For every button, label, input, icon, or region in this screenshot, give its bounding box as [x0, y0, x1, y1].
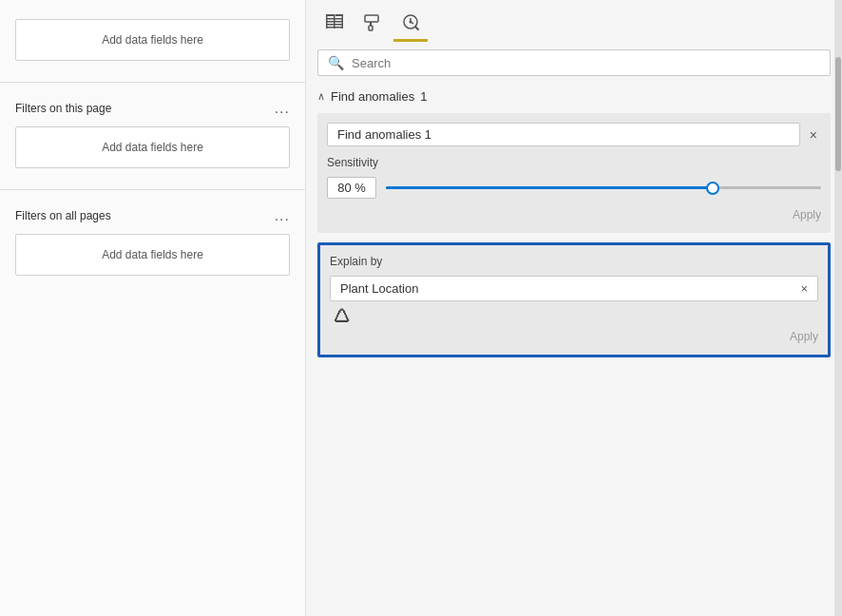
chevron-icon: ∧ [317, 90, 325, 103]
search-input[interactable] [352, 56, 820, 70]
sensitivity-value[interactable]: 80 % [327, 177, 376, 199]
sensitivity-slider-track [386, 186, 821, 189]
svg-rect-6 [326, 14, 328, 29]
top-add-data-box[interactable]: Add data fields here [15, 19, 290, 61]
right-panel: 🔍 ∧ Find anomalies 1 Find anomalies 1 × … [306, 0, 842, 616]
svg-line-16 [415, 27, 418, 29]
sensitivity-slider-thumb[interactable] [706, 182, 719, 195]
toolbar [306, 0, 842, 42]
divider-1 [0, 82, 305, 83]
divider-2 [0, 189, 305, 190]
explain-by-card: Explain by Plant Location × 🛆 Apply [317, 242, 831, 357]
filters-this-page-section: Filters on this page ... Add data fields… [0, 88, 305, 183]
cursor-area: 🛆 [330, 307, 818, 326]
grid-icon [324, 12, 345, 33]
find-anomalies-header[interactable]: ∧ Find anomalies 1 [306, 84, 842, 109]
top-add-data-section: Add data fields here [0, 10, 305, 76]
filters-this-page-add-box[interactable]: Add data fields here [15, 126, 290, 168]
filters-this-page-label: Filters on this page [15, 102, 111, 115]
anomaly-tag-close-button[interactable]: × [806, 125, 821, 144]
anomaly-card: Find anomalies 1 × Sensitivity 80 % Appl… [317, 113, 831, 233]
sensitivity-label: Sensitivity [327, 156, 821, 169]
cursor-icon: 🛆 [334, 307, 351, 327]
analytics-icon [400, 12, 421, 33]
filters-this-page-header: Filters on this page ... [15, 94, 290, 123]
svg-point-15 [410, 20, 412, 23]
filters-this-page-menu[interactable]: ... [275, 100, 290, 117]
explain-apply-button[interactable]: Apply [330, 326, 818, 345]
search-bar: 🔍 [317, 49, 831, 76]
scrollbar-thumb[interactable] [835, 57, 841, 171]
sensitivity-row: 80 % [327, 177, 821, 199]
svg-rect-8 [342, 14, 344, 29]
anomaly-tag-label: Find anomalies 1 [327, 123, 800, 146]
filters-all-pages-label: Filters on all pages [15, 209, 111, 222]
anomaly-apply-button[interactable]: Apply [327, 204, 821, 223]
filters-all-pages-header: Filters on all pages ... [15, 202, 290, 230]
explain-by-label: Explain by [330, 255, 818, 268]
scrollbar[interactable] [834, 0, 842, 616]
filters-all-pages-menu[interactable]: ... [275, 207, 290, 224]
filters-all-pages-section: Filters on all pages ... Add data fields… [0, 196, 305, 291]
anomaly-tag-row: Find anomalies 1 × [327, 123, 821, 146]
explain-tag-text: Plant Location [340, 281, 418, 296]
filters-all-pages-add-box[interactable]: Add data fields here [15, 234, 290, 276]
svg-rect-7 [334, 14, 335, 29]
grid-icon-button[interactable] [317, 8, 352, 42]
explain-tag-row: Plant Location × [330, 276, 818, 301]
analytics-icon-button[interactable] [393, 8, 428, 42]
format-icon-button[interactable] [355, 8, 390, 42]
sensitivity-slider-fill [386, 186, 713, 189]
search-icon: 🔍 [328, 55, 344, 70]
svg-rect-9 [365, 15, 378, 22]
find-anomalies-count: 1 [420, 89, 427, 104]
explain-tag: Plant Location × [330, 276, 818, 301]
left-panel: Add data fields here Filters on this pag… [0, 0, 306, 616]
svg-rect-11 [369, 26, 373, 30]
format-icon [362, 12, 383, 33]
find-anomalies-label: Find anomalies [331, 89, 414, 104]
explain-tag-close-button[interactable]: × [800, 281, 808, 296]
